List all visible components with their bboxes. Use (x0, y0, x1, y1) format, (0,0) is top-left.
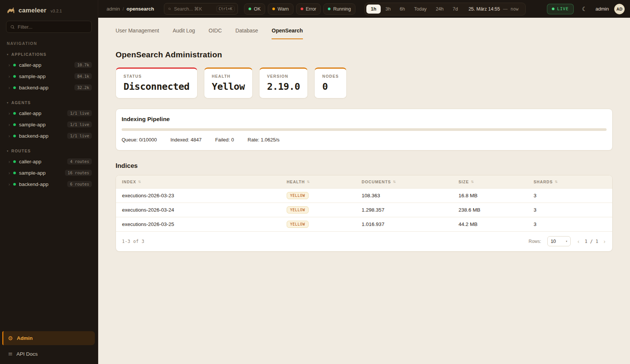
page: OpenSearch Administration STATUS Disconn… (98, 50, 630, 252)
range-3h-button[interactable]: 3h (381, 5, 395, 14)
filter-input[interactable] (18, 24, 88, 30)
live-toggle[interactable]: LIVE (547, 4, 574, 14)
error-dot-icon (301, 8, 303, 10)
column-header-size[interactable]: SIZE ⇅ (459, 180, 534, 184)
rows-per-page-label: Rows: (529, 239, 541, 244)
sidebar-item-caller-app[interactable]: › caller-app 10.7k (0, 59, 98, 71)
item-badge: 84.1k (74, 73, 92, 79)
filter-ok-button[interactable]: OK (244, 3, 265, 15)
sidebar-item-sample-app-agent[interactable]: › sample-app 1/1 live (0, 119, 98, 130)
list-icon: ≡ (8, 350, 13, 357)
sidebar-spacer (0, 195, 98, 331)
cell-documents: 1.298.357 (362, 207, 459, 213)
range-today-button[interactable]: Today (409, 5, 431, 14)
range-6h-button[interactable]: 6h (395, 5, 409, 14)
sidebar-filter[interactable] (6, 21, 92, 33)
camel-logo-icon (6, 6, 15, 15)
caret-down-icon: ▾ (7, 53, 8, 56)
range-24h-button[interactable]: 24h (431, 5, 448, 14)
column-header-documents[interactable]: DOCUMENTS ⇅ (362, 180, 459, 184)
topbar-right: LIVE ☾ admin AD (547, 3, 625, 15)
sidebar-item-admin[interactable]: ⚙ Admin (2, 331, 95, 345)
item-label: backend-app (19, 85, 71, 91)
main-column: admin / opensearch Ctrl+K OK Warn (98, 0, 630, 364)
tab-user-management[interactable]: User Management (116, 28, 159, 39)
health-badge: YELLOW (287, 221, 309, 228)
date-range-picker[interactable]: 25. März 14:55 — now (462, 6, 523, 12)
search-input[interactable] (174, 6, 213, 12)
sidebar-item-caller-app-routes[interactable]: › caller-app 4 routes (0, 156, 98, 167)
avatar-initials: AD (616, 7, 622, 11)
filter-label: Error (306, 6, 317, 12)
sidebar-item-backend-app-routes[interactable]: › backend-app 6 routes (0, 178, 98, 190)
column-header-health[interactable]: HEALTH ⇅ (287, 180, 362, 184)
next-page-button[interactable]: › (603, 238, 606, 244)
item-label: caller-app (19, 62, 71, 68)
tabs-row: User Management Audit Log OIDC Database … (98, 18, 630, 39)
filter-error-button[interactable]: Error (296, 3, 321, 15)
warn-dot-icon (272, 8, 275, 10)
indexing-pipeline-card: Indexing Pipeline Queue: 0/10000 Indexed… (116, 109, 613, 151)
search-icon (10, 25, 15, 29)
sidebar-item-backend-app-agent[interactable]: › backend-app 1/1 live (0, 130, 98, 141)
global-search[interactable]: Ctrl+K (164, 3, 238, 15)
tab-audit-log[interactable]: Audit Log (173, 28, 195, 39)
pipeline-indexed: Indexed: 4847 (170, 137, 201, 143)
stat-label: NODES (322, 74, 339, 78)
tab-database[interactable]: Database (235, 28, 258, 39)
result-range: 1-3 of 3 (122, 239, 144, 244)
section-header-routes[interactable]: ▾ ROUTES (0, 147, 98, 156)
sort-icon: ⇅ (471, 180, 474, 184)
status-dot (13, 75, 16, 78)
column-header-index[interactable]: INDEX ⇅ (122, 180, 287, 184)
avatar[interactable]: AD (614, 4, 625, 14)
breadcrumb-current: opensearch (127, 6, 154, 12)
item-label: caller-app (19, 159, 64, 164)
time-range-group: 1h 3h 6h Today 24h 7d 25. März 14:55 — n… (364, 3, 526, 15)
sidebar-item-sample-app-routes[interactable]: › sample-app 16 routes (0, 167, 98, 178)
filter-label: Running (333, 6, 351, 12)
dark-mode-toggle[interactable]: ☾ (579, 3, 590, 15)
range-1h-button[interactable]: 1h (366, 5, 381, 14)
sidebar-item-backend-app[interactable]: › backend-app 32.2k (0, 82, 98, 93)
item-label: sample-app (19, 74, 71, 79)
stat-value: 0 (322, 81, 339, 92)
cell-documents: 1.016.937 (362, 221, 459, 227)
table-row[interactable]: executions-2026-03-25 YELLOW 1.016.937 4… (116, 217, 612, 231)
sidebar-item-sample-app[interactable]: › sample-app 84.1k (0, 71, 98, 82)
section-header-agents[interactable]: ▾ AGENTS (0, 98, 98, 108)
rows-per-page-select[interactable]: 10 ▾ (547, 236, 571, 246)
filter-running-button[interactable]: Running (323, 3, 355, 15)
stat-label: VERSION (267, 74, 300, 78)
chevron-right-icon: › (8, 85, 10, 90)
date-range-start: 25. März 14:55 (468, 6, 500, 12)
filter-warn-button[interactable]: Warn (268, 3, 293, 15)
live-label: LIVE (557, 6, 569, 11)
pipeline-stats: Queue: 0/10000 Indexed: 4847 Failed: 0 R… (122, 137, 607, 143)
item-label: caller-app (19, 111, 64, 116)
breadcrumb-parent[interactable]: admin (107, 6, 120, 12)
table-row[interactable]: executions-2026-03-23 YELLOW 108.363 16.… (116, 188, 612, 203)
column-header-shards[interactable]: SHARDS ⇅ (534, 180, 606, 184)
indices-table: INDEX ⇅ HEALTH ⇅ DOCUMENTS ⇅ SIZE (116, 175, 613, 252)
stat-label: HEALTH (212, 74, 245, 78)
logo[interactable]: cameleer v3.2.1 (0, 0, 98, 18)
item-badge: 1/1 live (67, 110, 92, 116)
stat-card-nodes: NODES 0 (314, 68, 347, 98)
status-dot (13, 183, 16, 186)
running-dot-icon (328, 8, 330, 10)
filter-label: OK (254, 6, 261, 12)
section-header-applications[interactable]: ▾ APPLICATIONS (0, 50, 98, 59)
sidebar-item-caller-app-agent[interactable]: › caller-app 1/1 live (0, 108, 98, 119)
prev-page-button[interactable]: ‹ (577, 238, 580, 244)
sidebar-item-api-docs[interactable]: ≡ API Docs (2, 347, 95, 360)
item-badge: 10.7k (74, 62, 92, 68)
range-7d-button[interactable]: 7d (448, 5, 462, 14)
moon-icon: ☾ (582, 6, 587, 12)
tab-oidc[interactable]: OIDC (208, 28, 222, 39)
table-footer: 1-3 of 3 Rows: 10 ▾ ‹ 1 / 1 › (116, 231, 612, 251)
stat-value: Yellow (212, 81, 245, 92)
caret-down-icon: ▾ (7, 101, 8, 104)
tab-opensearch[interactable]: OpenSearch (272, 28, 303, 39)
table-row[interactable]: executions-2026-03-24 YELLOW 1.298.357 2… (116, 203, 612, 217)
